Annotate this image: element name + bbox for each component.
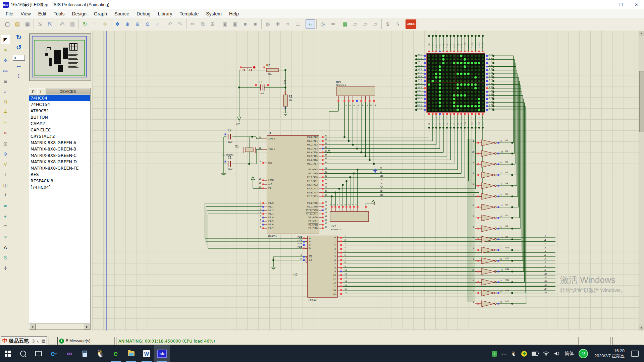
rotate-cw-button[interactable]: ↻: [16, 34, 21, 44]
rotate-ccw-button[interactable]: ↺: [16, 44, 21, 54]
make-device-button[interactable]: ✚: [273, 19, 282, 29]
circle-2d-button[interactable]: ●: [1, 212, 10, 221]
menu-template[interactable]: Template: [176, 10, 202, 17]
message-counter[interactable]: i 5 Message(s): [57, 337, 115, 345]
minimize-button[interactable]: —: [598, 0, 613, 9]
flip-vertical-button[interactable]: ↕: [17, 72, 20, 82]
component-mode-button[interactable]: ⊳: [1, 45, 10, 55]
netlist-to-ares-button[interactable]: ARES: [406, 19, 416, 29]
generator-button[interactable]: ⊙: [1, 149, 10, 159]
ime-punct-icon[interactable]: ·,: [37, 339, 40, 344]
close-button[interactable]: ✕: [629, 0, 644, 9]
block-move-button[interactable]: ▣: [230, 19, 240, 29]
open-file-button[interactable]: ▤: [13, 19, 22, 29]
menu-system[interactable]: System: [202, 10, 225, 17]
scrollbar-thumb[interactable]: [639, 71, 644, 132]
taskbar-task-view-icon[interactable]: [31, 345, 46, 362]
device-item[interactable]: 74HC154: [29, 101, 90, 108]
remove-sheet-button[interactable]: ▱: [361, 19, 370, 29]
device-item[interactable]: RESPACK-8: [29, 178, 90, 184]
flip-horizontal-button[interactable]: ↔: [16, 62, 22, 72]
menu-debug[interactable]: Debug: [133, 10, 154, 17]
electrical-check-button[interactable]: ϟ: [393, 19, 402, 29]
maximize-button[interactable]: ❐: [613, 0, 629, 9]
menu-library[interactable]: Library: [154, 10, 176, 17]
save-file-button[interactable]: ▣: [23, 19, 32, 29]
selection-pointer-button[interactable]: ◤: [1, 35, 10, 44]
device-pins-button[interactable]: ⊢: [1, 118, 10, 127]
taskbar-start-icon[interactable]: [0, 345, 15, 362]
taskbar-word-icon[interactable]: W: [139, 345, 154, 362]
device-list-scrollbar[interactable]: ◄ ►: [29, 323, 90, 329]
symbol-2d-button[interactable]: S: [1, 253, 10, 262]
wire-autorouter-button[interactable]: ⤷: [306, 19, 315, 29]
tape-recorder-button[interactable]: ◎: [1, 139, 10, 148]
pan-button[interactable]: ✥: [113, 19, 122, 29]
pick-device-button[interactable]: ◍: [263, 19, 272, 29]
ime-mode-icon[interactable]: ☽: [31, 339, 35, 344]
taskbar-clock[interactable]: 16:20 2020/2/7 星期五: [594, 349, 625, 359]
line-2d-button[interactable]: /: [1, 191, 10, 200]
tray-chevron-icon[interactable]: ︿: [501, 351, 506, 357]
device-item[interactable]: CAP-ELEC: [29, 127, 90, 133]
box-2d-button[interactable]: ■: [1, 201, 10, 210]
menu-view[interactable]: View: [17, 10, 35, 17]
text-2d-button[interactable]: A: [1, 243, 10, 252]
taskbar-360-browser-icon[interactable]: e: [108, 345, 123, 362]
360-health-badge[interactable]: 48: [579, 349, 588, 358]
device-item[interactable]: 74HC04: [29, 95, 90, 101]
device-item[interactable]: MATRIX-8X8-GREEN-B: [29, 146, 90, 152]
block-delete-button[interactable]: ■: [251, 19, 260, 29]
device-item[interactable]: RES: [29, 171, 90, 178]
qq-tray-icon[interactable]: 🐧: [511, 351, 517, 356]
junction-dot-button[interactable]: ✛: [1, 56, 10, 65]
taskbar-qq-icon[interactable]: 🐧: [93, 345, 108, 362]
taskbar-visual-studio-icon[interactable]: ∞: [62, 345, 77, 362]
wifi-icon[interactable]: [543, 351, 549, 356]
import-section-button[interactable]: ⇲: [35, 19, 45, 29]
speaker-icon[interactable]: [554, 351, 560, 356]
mark-print-area-button[interactable]: ▥: [68, 19, 77, 29]
bill-of-materials-button[interactable]: $: [383, 19, 392, 29]
taskbar-internet-explorer-icon[interactable]: e▸: [46, 345, 62, 362]
device-item[interactable]: MATRIX-8X8-GREEN-D: [29, 159, 90, 165]
path-2d-button[interactable]: ∞: [1, 232, 10, 242]
taskbar-calculator-icon[interactable]: [77, 345, 93, 362]
virtual-instruments-button[interactable]: ◫: [1, 180, 10, 190]
new-sheet-button[interactable]: ▱: [351, 19, 360, 29]
action-center-icon[interactable]: [631, 351, 639, 357]
cut-button[interactable]: ✂: [188, 19, 197, 29]
wire-label-button[interactable]: LBL: [1, 66, 10, 75]
text-script-button[interactable]: ≣: [1, 76, 10, 86]
device-item[interactable]: CAP#2: [29, 120, 90, 127]
menu-tools[interactable]: Tools: [50, 10, 68, 17]
canvas-vertical-scrollbar[interactable]: ▲ ▼: [639, 31, 644, 330]
design-explorer-button[interactable]: ▦: [340, 19, 350, 29]
undo-button[interactable]: ↶: [165, 19, 175, 29]
menu-file[interactable]: File: [2, 10, 17, 17]
voltage-probe-button[interactable]: V: [1, 160, 10, 169]
menu-help[interactable]: Help: [225, 10, 243, 17]
graph-mode-button[interactable]: ≈: [1, 128, 10, 138]
device-item[interactable]: BUTTON: [29, 114, 90, 120]
device-item[interactable]: MATRIX-8X8-GREEN-A: [29, 139, 90, 146]
device-item[interactable]: AT89C51: [29, 108, 90, 114]
device-item[interactable]: [74HC04]: [29, 184, 90, 190]
zoom-area-button[interactable]: ◌: [153, 19, 162, 29]
goto-sheet-button[interactable]: ▱: [371, 19, 380, 29]
schematic-canvas[interactable]: R2220RSTC310uFR110kVCCC222pFC122pFX111.0…: [92, 31, 639, 330]
current-probe-button[interactable]: I: [1, 170, 10, 179]
zoom-in-button[interactable]: ⊕: [123, 19, 132, 29]
terminals-button[interactable]: ╨: [1, 108, 10, 117]
ime-keyboard-icon[interactable]: ▤: [42, 339, 46, 344]
redo-button[interactable]: ↷: [175, 19, 185, 29]
grid-toggle-button[interactable]: ⁘: [90, 19, 100, 29]
buses-button[interactable]: #: [1, 87, 10, 96]
taskbar-isis-icon[interactable]: isis: [154, 345, 170, 362]
print-button[interactable]: ⎙: [58, 19, 67, 29]
arc-2d-button[interactable]: ◠: [1, 222, 10, 231]
property-assignment-button[interactable]: ≔: [328, 19, 337, 29]
scroll-right-arrow[interactable]: ►: [84, 324, 90, 330]
battery-icon[interactable]: [532, 352, 538, 356]
device-item[interactable]: MATRIX-8X8-GREEN-C: [29, 152, 90, 159]
